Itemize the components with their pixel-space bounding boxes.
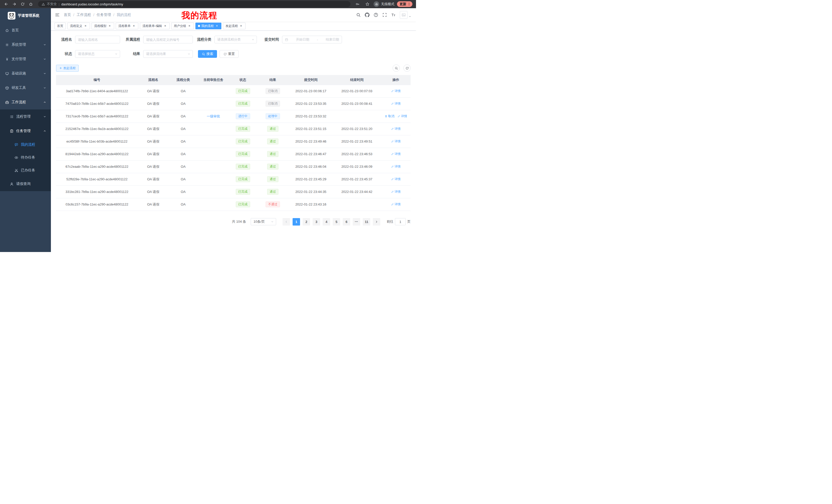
search-icon[interactable] xyxy=(356,12,361,17)
sidebar-item-todo-task[interactable]: 待办任务 xyxy=(0,151,51,164)
page-number[interactable]: 1 xyxy=(293,218,300,226)
page-number[interactable]: 6 xyxy=(343,218,350,226)
detail-button[interactable]: 详情 xyxy=(391,164,401,169)
tab-close-icon[interactable]: × xyxy=(108,24,111,28)
tab-process-definition[interactable]: 流程定义× xyxy=(67,23,90,29)
sidebar-item-system[interactable]: 系统管理 xyxy=(0,37,51,52)
row-category-cell: OA xyxy=(169,97,198,110)
detail-button[interactable]: 详情 xyxy=(391,139,401,144)
update-button[interactable]: 更新 xyxy=(397,1,412,7)
back-icon[interactable] xyxy=(3,2,10,7)
hamburger-icon[interactable] xyxy=(51,12,64,17)
tab-close-icon[interactable]: × xyxy=(83,24,87,28)
detail-button[interactable]: 详情 xyxy=(391,89,401,93)
action-label: 详情 xyxy=(395,152,401,156)
status-tag: 已完成 xyxy=(236,138,250,144)
row-result-cell: 通过 xyxy=(257,135,289,148)
tab-process-model[interactable]: 流程模型× xyxy=(92,23,114,29)
sidebar-item-task-manage[interactable]: 任务管理 xyxy=(0,124,51,138)
password-key-icon[interactable] xyxy=(354,2,361,7)
sidebar-item-infrastructure[interactable]: 基础设施 xyxy=(0,66,51,81)
page-size-value: 10条/页 xyxy=(254,219,265,224)
row-status-cell: 已完成 xyxy=(229,186,257,198)
question-icon[interactable] xyxy=(373,12,378,17)
caret-down-icon[interactable] xyxy=(409,15,411,18)
bookmark-star-icon[interactable] xyxy=(364,2,371,7)
tab-home[interactable]: 首页 xyxy=(54,23,66,29)
create-process-button[interactable]: 发起流程 xyxy=(56,65,79,72)
avatar[interactable] xyxy=(400,11,408,19)
detail-button[interactable]: 详情 xyxy=(391,102,401,106)
sidebar-item-home[interactable]: 首页 xyxy=(0,23,51,37)
address-bar[interactable]: 不安全 | dashboard.yudao.iocoder.cn/bpm/tas… xyxy=(38,1,350,7)
status-select[interactable]: 请选择状态 xyxy=(75,50,120,58)
row-submit-time-cell: 2022-01-22 23:51:15 xyxy=(289,122,333,135)
submit-time-range-picker[interactable]: 开始日期 - 结束日期 xyxy=(282,36,342,44)
sidebar-item-done-task[interactable]: 已办任务 xyxy=(0,164,51,177)
breadcrumb-item[interactable]: 工作流程 xyxy=(77,12,91,17)
next-page-button[interactable] xyxy=(373,218,380,226)
tab-start-process[interactable]: 发起流程× xyxy=(223,23,245,29)
tab-close-icon[interactable]: × xyxy=(187,24,191,28)
process-definition-input[interactable] xyxy=(143,36,193,44)
refresh-table-button[interactable] xyxy=(404,64,411,72)
column-header: 当前审批任务 xyxy=(198,75,229,85)
tab-process-form[interactable]: 流程表单× xyxy=(116,23,138,29)
detail-button[interactable]: 详情 xyxy=(391,202,401,206)
detail-button[interactable]: 详情 xyxy=(391,177,401,181)
toggle-search-button[interactable] xyxy=(393,64,400,72)
tab-close-icon[interactable]: × xyxy=(239,24,243,28)
tab-close-icon[interactable]: × xyxy=(132,24,136,28)
browser-menu-dots-icon[interactable] xyxy=(407,2,411,6)
app-logo[interactable]: 芋道管理系统 xyxy=(0,8,51,23)
current-task-link[interactable]: 一级审批 xyxy=(207,114,220,118)
page-number[interactable]: 5 xyxy=(333,218,340,226)
sidebar-item-payment[interactable]: 支付管理 xyxy=(0,52,51,66)
page-number[interactable]: 2 xyxy=(303,218,310,226)
fullscreen-icon[interactable] xyxy=(382,12,387,17)
reset-button[interactable]: 重置 xyxy=(219,50,239,58)
detail-button[interactable]: 详情 xyxy=(391,190,401,194)
sidebar-item-my-process[interactable]: 我的流程 xyxy=(0,138,51,151)
row-category-cell: OA xyxy=(169,135,198,148)
row-id-cell: 7470a810-7b9b-11ec-b5b7-acde48001122 xyxy=(56,97,138,110)
category-select[interactable]: 请选择流程分类 xyxy=(214,36,257,44)
page-number[interactable]: 11 xyxy=(363,218,370,226)
github-icon[interactable] xyxy=(365,12,369,17)
font-size-icon[interactable] xyxy=(391,12,396,17)
process-name-input[interactable] xyxy=(75,36,120,44)
tab-label: 流程表单-编辑 xyxy=(142,24,162,28)
forward-icon[interactable] xyxy=(11,2,18,7)
active-tab-dot xyxy=(198,25,200,27)
sidebar-item-leave-query[interactable]: 请假查询 xyxy=(0,177,51,191)
page-number[interactable]: 4 xyxy=(323,218,330,226)
breadcrumb-item[interactable]: 首页 xyxy=(64,12,71,17)
tab-my-process[interactable]: 我的流程× xyxy=(196,23,222,29)
table-row: 7317cec6-7b9b-11ec-b5b7-acde48001122OA 请… xyxy=(56,110,411,122)
prev-page-button[interactable] xyxy=(283,218,290,226)
tab-close-icon[interactable]: × xyxy=(163,24,167,28)
search-button[interactable]: 搜索 xyxy=(198,50,217,58)
breadcrumb-item[interactable]: 任务管理 xyxy=(97,12,111,17)
page-size-select[interactable]: 10条/页 xyxy=(251,218,276,225)
sidebar-item-process-manage[interactable]: 流程管理 xyxy=(0,109,51,124)
goto-page-input[interactable] xyxy=(395,218,406,225)
sidebar-item-dev-tools[interactable]: 研发工具 xyxy=(0,81,51,95)
tab-close-icon[interactable]: × xyxy=(215,24,219,28)
row-submit-time-cell: 2022-01-22 23:43:16 xyxy=(289,198,333,211)
reload-icon[interactable] xyxy=(19,2,26,7)
sidebar-item-label: 我的流程 xyxy=(21,142,35,147)
page-number[interactable]: 3 xyxy=(313,218,320,226)
page-ellipsis[interactable]: ••• xyxy=(353,218,360,226)
result-select[interactable]: 请选择流结果 xyxy=(143,50,193,58)
sidebar-item-label: 请假查询 xyxy=(16,181,31,186)
detail-button[interactable]: 详情 xyxy=(397,114,407,118)
tab-label: 流程定义 xyxy=(70,24,82,28)
tab-process-form-edit[interactable]: 流程表单-编辑× xyxy=(140,23,170,29)
tab-user-group[interactable]: 用户分组× xyxy=(171,23,194,29)
detail-button[interactable]: 详情 xyxy=(391,152,401,156)
cancel-button[interactable]: 取消 xyxy=(385,114,394,118)
sidebar-item-workflow[interactable]: 工作流程 xyxy=(0,95,51,109)
browser-home-icon[interactable] xyxy=(27,2,34,7)
detail-button[interactable]: 详情 xyxy=(391,127,401,131)
